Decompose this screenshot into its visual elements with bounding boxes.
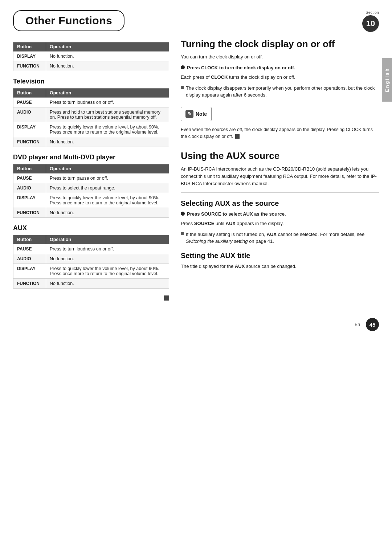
selecting-bullet1-text: Press SOURCE to select AUX as the source…	[187, 211, 286, 218]
table-row: DISPLAY Press to quickly lower the volum…	[13, 264, 169, 279]
aux-left-table: Button Operation PAUSE Press to turn lou…	[13, 235, 169, 289]
stop-icon-note	[235, 134, 240, 139]
vertical-language-label: English	[382, 58, 392, 102]
clock-para1-bold: CLOCK	[211, 74, 228, 80]
section-number-badge: 10	[362, 15, 379, 32]
top-table-col1: Button	[13, 42, 46, 52]
selecting-para1-middle: until	[214, 221, 225, 226]
button-name: DISPLAY	[13, 122, 46, 137]
aux-right-heading: Using the AUX source	[181, 150, 379, 162]
table-row: FUNCTION No function.	[13, 61, 169, 71]
clock-bullet1-bold: Press CLOCK to turn the clock display on…	[187, 65, 295, 70]
selecting-para1-bold2: AUX	[226, 221, 236, 226]
aux-left-section: AUX Button Operation PAUSE Press to turn…	[13, 224, 169, 301]
table-row: AUDIO Press to select the repeat range.	[13, 183, 169, 193]
table-row: DISPLAY Press to quickly lower the volum…	[13, 193, 169, 208]
selecting-bullet2-suffix: on page 41.	[248, 238, 274, 244]
button-name: FUNCTION	[13, 137, 46, 147]
right-column: Turning the clock display on or off You …	[181, 38, 379, 303]
note-body-text: Even when the sources are off, the clock…	[181, 127, 373, 139]
operation-text: Press to quickly lower the volume level,…	[46, 193, 169, 208]
button-name: AUDIO	[13, 107, 46, 122]
left-column: Button Operation DISPLAY No function. FU…	[13, 38, 169, 303]
top-table: Button Operation DISPLAY No function. FU…	[13, 42, 169, 71]
clock-para1: Each press of CLOCK turns the clock disp…	[181, 74, 379, 81]
divider2	[181, 192, 379, 193]
note-label: Note	[196, 111, 207, 117]
note-header: ✎ Note	[181, 107, 212, 121]
button-name: PAUSE	[13, 244, 46, 254]
operation-text: Press to turn loudness on or off.	[46, 98, 169, 107]
setting-heading: Setting the AUX title	[181, 252, 379, 260]
operation-text: No function.	[46, 137, 169, 147]
button-name: DISPLAY	[13, 264, 46, 279]
footer: En 45	[0, 314, 392, 337]
selecting-para1-suffix: appears in the display.	[236, 221, 284, 226]
selecting-para1: Press SOURCE until AUX appears in the di…	[181, 220, 379, 227]
note-icon: ✎	[185, 110, 193, 118]
selecting-bullet1-bold: Press SOURCE to select AUX as the source…	[187, 211, 286, 217]
operation-text: Press to select the repeat range.	[46, 183, 169, 193]
clock-para1-prefix: Each press of	[181, 74, 211, 80]
section-badge-area: Section 10	[362, 10, 379, 32]
clock-para1-suffix: turns the clock display on or off.	[228, 74, 295, 80]
television-heading: Television	[13, 78, 169, 85]
top-table-section: Button Operation DISPLAY No function. FU…	[13, 42, 169, 71]
clock-intro: You can turn the clock display on or off…	[181, 53, 379, 61]
setting-body: The title displayed for the AUX source c…	[181, 263, 379, 270]
button-name: AUDIO	[13, 254, 46, 264]
dvd-table: Button Operation PAUSE Press to turn pau…	[13, 164, 169, 218]
clock-bullet2: The clock display disappears temporarily…	[181, 85, 379, 99]
operation-text: Press to turn pause on or off.	[46, 174, 169, 183]
button-name: FUNCTION	[13, 279, 46, 289]
television-table: Button Operation PAUSE Press to turn lou…	[13, 88, 169, 147]
selecting-bullet2-prefix: If the auxiliary setting is not turned o…	[186, 232, 267, 237]
button-name: FUNCTION	[13, 61, 46, 71]
aux-left-col1: Button	[13, 235, 46, 244]
clock-bullet1-text: Press CLOCK to turn the clock display on…	[187, 64, 295, 72]
table-row: FUNCTION No function.	[13, 279, 169, 289]
television-section: Television Button Operation PAUSE Press …	[13, 78, 169, 147]
aux-right-section: Using the AUX source An IP-BUS-RCA Inter…	[181, 150, 379, 270]
table-row: FUNCTION No function.	[13, 208, 169, 218]
table-row: PAUSE Press to turn loudness on or off.	[13, 98, 169, 107]
stop-symbol-left	[13, 295, 169, 301]
button-name: PAUSE	[13, 174, 46, 183]
table-row: PAUSE Press to turn loudness on or off.	[13, 244, 169, 254]
stop-icon	[164, 295, 169, 301]
clock-section: Turning the clock display on or off You …	[181, 38, 379, 140]
selecting-bullet2-middle: cannot be selected. For more details, se…	[277, 232, 364, 237]
clock-bullet2-text: The clock display disappears temporarily…	[186, 85, 379, 99]
top-bar: Other Functions Section 10	[0, 0, 392, 32]
main-content: Button Operation DISPLAY No function. FU…	[0, 32, 392, 314]
selecting-bullet2: If the auxiliary setting is not turned o…	[181, 231, 379, 245]
bullet-circle-icon	[181, 212, 185, 216]
operation-text: Press to turn loudness on or off.	[46, 244, 169, 254]
clock-bullet1: Press CLOCK to turn the clock display on…	[181, 64, 379, 72]
operation-text: Press to quickly lower the volume level,…	[46, 122, 169, 137]
selecting-bullet2-italic: Switching the auxiliary setting	[186, 238, 248, 244]
button-name: PAUSE	[13, 98, 46, 107]
top-table-col2: Operation	[46, 42, 169, 52]
section-title-box: Other Functions	[13, 10, 124, 31]
table-row: AUDIO No function.	[13, 254, 169, 264]
dvd-col1: Button	[13, 164, 46, 174]
bullet-square-icon	[181, 232, 184, 235]
page: Other Functions Section 10 English Butto…	[0, 0, 392, 555]
footer-page: 45	[366, 318, 379, 331]
setting-body-bold: AUX	[235, 264, 245, 269]
button-name: DISPLAY	[13, 193, 46, 208]
selecting-bullet2-text: If the auxiliary setting is not turned o…	[186, 231, 379, 245]
tv-col1: Button	[13, 89, 46, 98]
aux-right-body: An IP-BUS-RCA Interconnector such as the…	[181, 166, 379, 187]
table-row: DISPLAY No function.	[13, 52, 169, 61]
dvd-section: DVD player and Multi-DVD player Button O…	[13, 154, 169, 218]
bullet-circle-icon	[181, 65, 185, 69]
dvd-heading: DVD player and Multi-DVD player	[13, 154, 169, 161]
table-row: PAUSE Press to turn pause on or off.	[13, 174, 169, 183]
operation-text: No function.	[46, 61, 169, 71]
tv-col2: Operation	[46, 89, 169, 98]
operation-text: No function.	[46, 52, 169, 61]
dvd-col2: Operation	[46, 164, 169, 174]
aux-left-col2: Operation	[46, 235, 169, 244]
